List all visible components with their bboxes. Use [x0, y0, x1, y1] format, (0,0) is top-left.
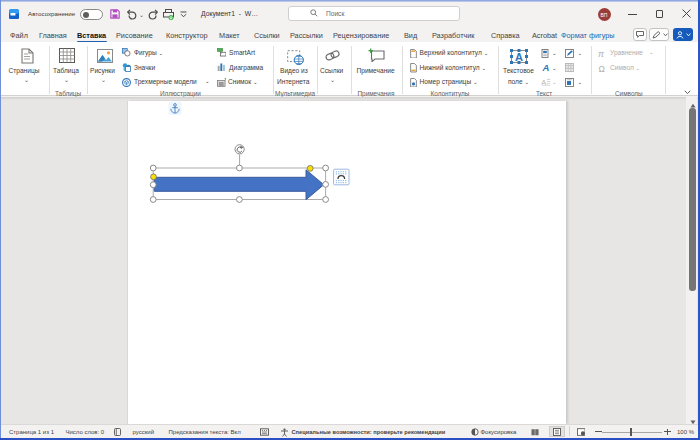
svg-text:A: A: [541, 78, 547, 86]
svg-text:A: A: [541, 63, 549, 72]
svg-text:A: A: [515, 51, 523, 63]
